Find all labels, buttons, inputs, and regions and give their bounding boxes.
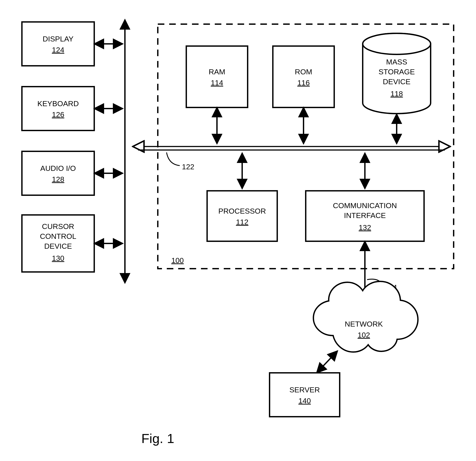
- server-block: SERVER 140: [270, 373, 340, 417]
- display-label: DISPLAY: [42, 35, 73, 43]
- comm-ref: 132: [359, 223, 371, 232]
- storage-label-3: DEVICE: [383, 78, 411, 86]
- keyboard-label: KEYBOARD: [37, 99, 79, 108]
- svg-point-15: [363, 33, 431, 54]
- rom-block: ROM 116: [273, 46, 334, 144]
- audio-block: AUDIO I/O 128: [22, 151, 123, 195]
- network-label: NETWORK: [345, 320, 383, 328]
- cursor-label-3: DEVICE: [44, 242, 72, 250]
- internal-bus: 122: [134, 147, 449, 171]
- svg-rect-4: [22, 151, 94, 195]
- comm-interface-block: COMMUNICATION INTERFACE 132: [306, 153, 424, 241]
- svg-rect-22: [270, 373, 340, 417]
- storage-label-2: STORAGE: [378, 68, 415, 76]
- audio-label: AUDIO I/O: [40, 164, 76, 172]
- cloud-server-link: [317, 351, 338, 373]
- svg-rect-17: [207, 191, 277, 241]
- figure-caption: Fig. 1: [141, 431, 174, 446]
- comm-label-1: COMMUNICATION: [333, 201, 397, 210]
- system-ref: 100: [171, 256, 184, 264]
- storage-block: MASS STORAGE DEVICE 118: [363, 33, 431, 144]
- ram-block: RAM 114: [186, 46, 248, 144]
- comm-label-2: INTERFACE: [344, 211, 386, 219]
- storage-label-1: MASS: [386, 58, 407, 66]
- display-ref: 124: [52, 46, 64, 54]
- keyboard-block: KEYBOARD 126: [22, 87, 123, 130]
- cursor-block: CURSOR CONTROL DEVICE 130: [22, 215, 123, 272]
- svg-rect-0: [22, 22, 94, 66]
- network-ref: 102: [358, 331, 370, 339]
- audio-ref: 128: [52, 175, 64, 183]
- rom-label: ROM: [295, 68, 312, 76]
- cursor-label-2: CONTROL: [40, 232, 76, 240]
- keyboard-ref: 126: [52, 110, 64, 119]
- processor-block: PROCESSOR 112: [207, 153, 277, 241]
- svg-rect-12: [273, 46, 334, 107]
- ram-ref: 114: [211, 78, 223, 87]
- rom-ref: 116: [298, 78, 310, 87]
- processor-label: PROCESSOR: [218, 207, 266, 215]
- network-cloud: NETWORK 102: [313, 281, 418, 352]
- storage-ref: 118: [391, 89, 403, 98]
- server-ref: 140: [298, 397, 311, 405]
- svg-rect-2: [22, 87, 94, 130]
- cursor-ref: 130: [52, 254, 64, 262]
- bus-ref: 122: [182, 163, 194, 171]
- server-label: SERVER: [289, 386, 320, 394]
- ram-label: RAM: [209, 68, 225, 76]
- svg-rect-10: [186, 46, 248, 107]
- processor-ref: 112: [236, 218, 248, 226]
- system-diagram: DISPLAY 124 KEYBOARD 126 AUDIO I/O 128 C…: [0, 0, 476, 461]
- display-block: DISPLAY 124: [22, 22, 123, 66]
- cursor-label-1: CURSOR: [42, 222, 74, 230]
